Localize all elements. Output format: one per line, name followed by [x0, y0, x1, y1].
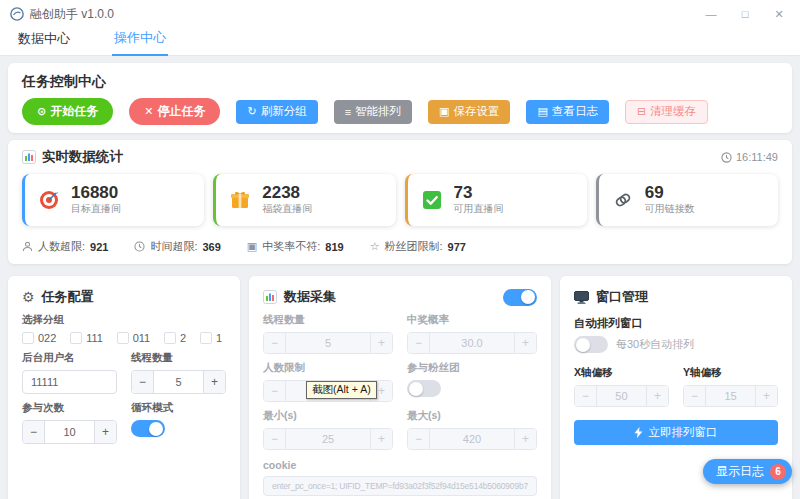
increment-icon: +	[514, 429, 536, 449]
decrement-icon: −	[684, 386, 706, 406]
stat-label: 可用链接数	[645, 202, 695, 216]
view-log-label: 查看日志	[552, 104, 598, 119]
join-fans-toggle[interactable]	[407, 380, 441, 397]
win-rate-stepper: − 30.0 +	[407, 332, 537, 354]
person-icon	[22, 241, 33, 252]
filter-time-limit: 时间超限: 369	[134, 239, 220, 254]
loop-mode-toggle[interactable]	[131, 420, 165, 437]
stepper-value: 420	[430, 429, 514, 449]
task-config-header: ⚙ 任务配置	[22, 288, 226, 306]
checkbox-group-011[interactable]: 011	[117, 332, 151, 344]
play-circle-icon: ⊙	[37, 105, 46, 118]
filter-value: 977	[448, 241, 466, 253]
tab-operation-center[interactable]: 操作中心	[112, 29, 168, 56]
arrange-now-label: 立即排列窗口	[648, 425, 717, 440]
username-input[interactable]	[22, 370, 117, 394]
auto-arrange-desc: 每30秒自动排列	[616, 337, 694, 352]
data-collect-panel: 数据采集 线程数量 − 5 + 中奖概率 − 30.0	[249, 276, 551, 499]
stat-label: 福袋直播间	[262, 202, 312, 216]
refresh-group-label: 刷新分组	[261, 104, 307, 119]
increment-icon: +	[646, 386, 668, 406]
thread-count-label: 线程数量	[131, 351, 226, 365]
stats-title: 实时数据统计	[42, 148, 123, 166]
log-count-badge: 6	[770, 464, 786, 480]
monitor-icon	[574, 291, 589, 304]
checkbox-icon	[200, 332, 212, 344]
document-icon: ▤	[537, 105, 547, 118]
decrement-icon[interactable]: −	[23, 421, 45, 443]
save-settings-label: 保存设置	[453, 104, 499, 119]
group-checkbox-row: 022 111 011 2 1	[22, 332, 226, 344]
min-seconds-stepper: − 25 +	[263, 428, 393, 450]
checkbox-label: 011	[133, 332, 151, 344]
increment-icon[interactable]: +	[203, 371, 225, 393]
people-limit-label: 人数限制	[263, 361, 393, 375]
maximize-icon[interactable]: □	[728, 2, 762, 26]
stat-cards: 16880 目标直播间 2238 福袋直播间	[22, 174, 778, 226]
min-seconds-label: 最小(s)	[263, 409, 393, 423]
show-log-button[interactable]: 显示日志 6	[703, 459, 792, 484]
lightning-icon	[634, 427, 643, 438]
menu-icon: ≡	[345, 106, 351, 118]
refresh-group-button[interactable]: ↻ 刷新分组	[236, 100, 317, 124]
link-icon	[612, 189, 634, 211]
join-times-stepper[interactable]: − 10 +	[22, 420, 117, 444]
data-collect-toggle[interactable]	[503, 289, 537, 306]
gift-icon	[229, 189, 251, 211]
checkbox-icon	[22, 332, 34, 344]
stat-value: 16880	[71, 184, 121, 202]
checkbox-group-2[interactable]: 2	[164, 332, 186, 344]
bar-chart-icon	[263, 290, 277, 304]
decrement-icon: −	[264, 429, 286, 449]
show-log-label: 显示日志	[716, 463, 764, 480]
increment-icon: +	[370, 333, 392, 353]
arrange-now-button[interactable]: 立即排列窗口	[574, 420, 778, 445]
view-log-button[interactable]: ▤ 查看日志	[526, 100, 608, 124]
clear-cache-button[interactable]: ⊟ 清理缓存	[625, 100, 708, 124]
start-task-label: 开始任务	[50, 103, 98, 120]
cookie-input[interactable]: enter_pc_once=1; UIFID_TEMP=fd93a02f3f52…	[263, 476, 537, 496]
y-offset-stepper: − 15 +	[683, 385, 778, 407]
increment-icon: +	[514, 333, 536, 353]
close-icon[interactable]: ✕	[762, 2, 796, 26]
checkbox-group-111[interactable]: 111	[70, 332, 103, 344]
app-title: 融创助手 v1.0.0	[30, 6, 114, 23]
window-manage-title: 窗口管理	[596, 288, 648, 306]
stepper-value: 5	[154, 371, 203, 393]
tab-data-center[interactable]: 数据中心	[16, 30, 72, 55]
stepper-value: 50	[597, 386, 646, 406]
smart-arrange-button[interactable]: ≡ 智能排列	[334, 100, 412, 124]
task-control-title: 任务控制中心	[22, 73, 778, 91]
increment-icon[interactable]: +	[94, 421, 116, 443]
check-square-icon	[421, 189, 443, 211]
stat-label: 可用直播间	[454, 202, 504, 216]
loop-mode-label: 循环模式	[131, 401, 226, 415]
checkbox-group-1[interactable]: 1	[200, 332, 222, 344]
stepper-value: 15	[706, 386, 755, 406]
stats-time-value: 16:11:49	[736, 151, 778, 163]
close-icon: ✕	[144, 105, 153, 118]
max-seconds-stepper: − 420 +	[407, 428, 537, 450]
auto-arrange-label: 自动排列窗口	[574, 316, 778, 331]
checkbox-icon	[70, 332, 82, 344]
filter-label: 粉丝团限制:	[385, 239, 443, 254]
x-offset-label: X轴偏移	[574, 366, 669, 380]
stop-task-button[interactable]: ✕ 停止任务	[129, 98, 220, 125]
stepper-value: 5	[286, 333, 370, 353]
join-fans-label: 参与粉丝团	[407, 361, 537, 375]
checkbox-group-022[interactable]: 022	[22, 332, 56, 344]
auto-arrange-toggle[interactable]	[574, 336, 608, 353]
tabbar: 数据中心 操作中心	[0, 28, 800, 56]
minimize-icon[interactable]: —	[694, 2, 728, 26]
save-settings-button[interactable]: ▣ 保存设置	[428, 100, 510, 124]
stat-value: 2238	[262, 184, 312, 202]
stat-card-available-rooms: 73 可用直播间	[405, 174, 587, 226]
decrement-icon[interactable]: −	[132, 371, 154, 393]
realtime-stats-panel: 实时数据统计 16:11:49 16880	[8, 140, 792, 264]
start-task-button[interactable]: ⊙ 开始任务	[22, 98, 113, 125]
trash-icon: ⊟	[637, 105, 646, 118]
checkbox-icon	[164, 332, 176, 344]
thread-count-stepper[interactable]: − 5 +	[131, 370, 226, 394]
data-collect-header: 数据采集	[263, 288, 537, 306]
task-control-buttons: ⊙ 开始任务 ✕ 停止任务 ↻ 刷新分组 ≡ 智能排列 ▣ 保存设置 ▤ 查看日…	[22, 98, 778, 125]
